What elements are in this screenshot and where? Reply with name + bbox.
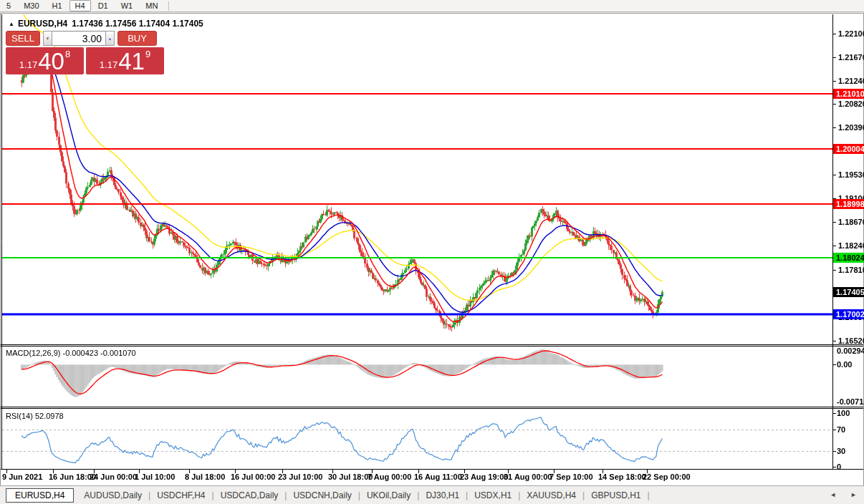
chart-title-quotes: 1.17436 1.17456 1.17404 1.17405 bbox=[72, 19, 203, 29]
macd-axis-tick: 0.002947 bbox=[837, 346, 864, 355]
timeframe-h1[interactable]: H1 bbox=[47, 0, 68, 11]
volume-increase-button[interactable]: ▲ bbox=[105, 31, 115, 46]
price-axis-tick: 1.18240 bbox=[838, 241, 864, 250]
sell-price-sup: 8 bbox=[65, 49, 70, 59]
rsi-axis-tick: 100 bbox=[837, 409, 850, 417]
tabs-scroll-right-icon[interactable]: ► bbox=[850, 491, 857, 498]
sell-price-big: 40 bbox=[38, 50, 64, 73]
time-axis-label: 23 Aug 19:00 bbox=[460, 472, 508, 481]
tab-scroll-arrows: ◄ ► bbox=[830, 491, 857, 498]
one-click-trading-panel: SELL ▼ ▲ BUY 1.17 40 8 1.17 41 9 bbox=[6, 31, 164, 74]
tab-usdchf-h4[interactable]: USDCHF,H4 bbox=[150, 489, 211, 502]
timeframe-w1[interactable]: W1 bbox=[115, 0, 139, 11]
rsi-label: RSI(14) 52.0978 bbox=[6, 412, 64, 420]
time-axis-label: 16 Jul 00:00 bbox=[231, 472, 275, 481]
time-axis-label: 14 Sep 18:00 bbox=[598, 472, 646, 481]
chart-title-symbol: EURUSD,H4 bbox=[18, 19, 67, 29]
spin-up-icon: ▲ bbox=[108, 37, 112, 41]
time-axis-label: 16 Aug 11:00 bbox=[414, 472, 462, 481]
price-axis-tick: 1.16520 bbox=[838, 336, 864, 345]
time-axis-label: 7 Sep 10:00 bbox=[549, 472, 593, 481]
time-axis-label: 30 Jul 18:00 bbox=[328, 472, 373, 481]
trade-panel-top-row: SELL ▼ ▲ BUY bbox=[6, 31, 164, 46]
tab-dj30-h1[interactable]: DJ30,H1 bbox=[419, 489, 466, 502]
tab-eurusd-h4[interactable]: EURUSD,H4 bbox=[6, 488, 74, 503]
trade-panel-price-row: 1.17 40 8 1.17 41 9 bbox=[6, 47, 164, 74]
chart-title: ▲EURUSD,H41.17436 1.17456 1.17404 1.1740… bbox=[9, 19, 203, 29]
time-axis-label: 24 Jun 00:00 bbox=[90, 472, 137, 481]
tab-separator: | bbox=[648, 490, 650, 500]
sell-button[interactable]: SELL bbox=[6, 31, 40, 46]
tab-audusd-daily[interactable]: AUDUSD,Daily bbox=[77, 489, 148, 502]
rsi-axis-tick: 30 bbox=[837, 447, 845, 455]
buy-button[interactable]: BUY bbox=[117, 31, 157, 46]
tab-gbpusd-h1[interactable]: GBPUSD,H1 bbox=[585, 489, 647, 502]
rsi-axis-tick: 0 bbox=[837, 462, 841, 471]
tab-usdx-h1[interactable]: USDX,H1 bbox=[468, 489, 518, 502]
volume-decrease-button[interactable]: ▼ bbox=[43, 31, 52, 46]
timeframe-h4[interactable]: H4 bbox=[69, 0, 91, 11]
hline-price-label: 1.18024 bbox=[833, 253, 864, 263]
price-axis-tick: 1.20820 bbox=[838, 100, 864, 108]
rsi-axis-tick: 70 bbox=[837, 425, 845, 434]
chart-tab-bar: EURUSD,H4AUDUSD,Daily|USDCHF,H4|USDCAD,D… bbox=[0, 485, 864, 504]
timeframe-m30[interactable]: M30 bbox=[18, 0, 44, 11]
sell-price-box[interactable]: 1.17 40 8 bbox=[6, 47, 84, 74]
volume-input[interactable] bbox=[52, 31, 105, 46]
buy-price-big: 41 bbox=[118, 50, 145, 73]
buy-price-box[interactable]: 1.17 41 9 bbox=[86, 47, 164, 74]
hline-price-label: 1.20004 bbox=[833, 144, 864, 154]
buy-price-sup: 9 bbox=[145, 49, 150, 59]
collapse-triangle-icon[interactable]: ▲ bbox=[9, 21, 14, 27]
toolbar-separator bbox=[168, 1, 169, 11]
time-axis-label: 23 Jul 10:00 bbox=[278, 472, 322, 481]
timeframe-toolbar: 5M30H1H4D1W1MN bbox=[0, 0, 864, 12]
macd-axis-tick: -0.00715 bbox=[837, 397, 864, 406]
timeframe-mn[interactable]: MN bbox=[140, 0, 163, 11]
tab-usdcad-daily[interactable]: USDCAD,Daily bbox=[214, 489, 285, 502]
price-chart-canvas[interactable] bbox=[0, 13, 864, 504]
time-axis-label: 7 Aug 00:00 bbox=[368, 472, 411, 481]
spin-down-icon: ▼ bbox=[46, 37, 50, 41]
time-axis-label: 22 Sep 00:00 bbox=[643, 472, 691, 481]
buy-price-prefix: 1.17 bbox=[100, 59, 117, 70]
time-axis-label: 9 Jun 2021 bbox=[2, 472, 42, 481]
tab-ukoil-daily[interactable]: UKOil,Daily bbox=[360, 489, 417, 502]
macd-label: MACD(12,26,9) -0.000423 -0.001070 bbox=[6, 349, 136, 357]
sell-price-prefix: 1.17 bbox=[19, 59, 37, 70]
time-axis-label: 31 Aug 00:00 bbox=[504, 472, 552, 481]
price-axis-tick: 1.17810 bbox=[838, 266, 864, 274]
tabs-scroll-left-icon[interactable]: ◄ bbox=[830, 491, 836, 498]
tab-usdcnh-daily[interactable]: USDCNH,Daily bbox=[287, 489, 357, 502]
tab-xauusd-h4[interactable]: XAUUSD,H4 bbox=[520, 489, 582, 502]
time-axis-label: 1 Jul 10:00 bbox=[135, 472, 175, 481]
price-axis-tick: 1.20390 bbox=[838, 123, 864, 132]
timeframe-d1[interactable]: D1 bbox=[92, 0, 114, 11]
hline-price-label: 1.21010 bbox=[833, 89, 864, 99]
price-axis-tick: 1.22100 bbox=[838, 29, 864, 38]
macd-axis-tick: 0.00 bbox=[837, 360, 852, 369]
price-axis-tick: 1.21240 bbox=[838, 77, 864, 85]
timeframe-5[interactable]: 5 bbox=[1, 0, 16, 11]
price-axis-tick: 1.21670 bbox=[838, 53, 864, 62]
time-axis-label: 8 Jul 18:00 bbox=[185, 472, 225, 481]
price-axis-tick: 1.18670 bbox=[838, 218, 864, 226]
current-price-label: 1.17405 bbox=[833, 287, 864, 297]
hline-price-label: 1.17002 bbox=[833, 309, 864, 319]
price-axis-tick: 1.19530 bbox=[838, 170, 864, 179]
hline-price-label: 1.18998 bbox=[833, 199, 864, 209]
